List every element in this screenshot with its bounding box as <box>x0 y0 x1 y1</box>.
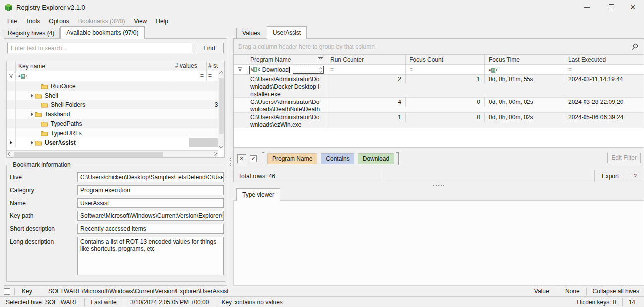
focus-time-cell: 0d, 0h, 00m, 02s <box>485 98 564 106</box>
tree-row-taskband[interactable]: Taskband 5 <box>7 109 224 119</box>
minimize-button[interactable]: — <box>576 0 598 15</box>
scrollbar-thumb[interactable] <box>219 78 224 134</box>
value-label: Value: <box>531 288 554 295</box>
column-key-name[interactable]: Key name <box>16 61 172 71</box>
short-description-label: Short description <box>10 224 77 234</box>
collapse-all-hives-button[interactable]: Collapse all hives <box>591 288 644 295</box>
last-executed-filter-cell[interactable]: = <box>564 65 644 74</box>
folder-icon <box>41 102 48 108</box>
menu-options[interactable]: Options <box>44 16 73 27</box>
tree-vertical-scrollbar[interactable] <box>218 71 224 148</box>
folder-icon <box>41 130 48 136</box>
column-focus-count[interactable]: Focus Count <box>406 55 485 64</box>
key-path-label: Key path <box>10 211 77 221</box>
scroll-up-icon[interactable] <box>219 71 223 75</box>
scroll-left-icon[interactable] <box>8 152 12 156</box>
menu-file[interactable]: File <box>3 16 21 27</box>
left-panel: Find Key name # values # su ABC = = <box>4 38 227 286</box>
program-name-cell: C:\Users\Administrator\Downloads\ezWin.e… <box>247 113 326 130</box>
tab-available-bookmarks[interactable]: Available bookmarks (97/0) <box>60 26 144 39</box>
find-button[interactable]: Find <box>195 43 224 53</box>
expand-arrow-icon[interactable] <box>31 94 33 98</box>
tree-horizontal-scrollbar[interactable] <box>7 150 218 157</box>
focus-time-filter-cell[interactable]: ABC <box>485 65 564 74</box>
column-program-name[interactable]: Program Name <box>247 55 326 64</box>
program-name-cell: C:\Users\Administrator\Downloads\Docker … <box>247 75 326 99</box>
tree-row-runonce[interactable]: RunOnce 0 <box>7 81 224 91</box>
column-last-executed[interactable]: Last Executed <box>564 55 644 64</box>
column-num-values[interactable]: # values <box>172 61 207 71</box>
focus-count-cell: 0 <box>406 113 485 122</box>
menu-bookmarks[interactable]: Bookmarks (32/0) <box>74 16 130 27</box>
expand-arrow-icon[interactable] <box>31 141 33 145</box>
focus-count-filter-cell[interactable]: = <box>406 65 485 74</box>
tab-userassist[interactable]: UserAssist <box>267 26 307 39</box>
column-focus-time[interactable]: Focus Time <box>485 55 564 64</box>
tree-filter-keyname-cell[interactable]: ABC <box>16 71 172 81</box>
focus-time-cell: 0d, 0h, 01m, 55s <box>485 75 564 84</box>
bottom-splitter[interactable] <box>233 182 644 189</box>
focused-row-arrow-icon <box>10 141 12 145</box>
filter-field-chip[interactable]: Program Name <box>267 154 317 164</box>
close-button[interactable]: ✕ <box>621 0 644 15</box>
tree-row-typedpaths[interactable]: TypedPaths 0 <box>7 119 224 128</box>
hive-field[interactable]: C:\Users\chicken\Desktop\Samples\LetsDef… <box>77 172 224 182</box>
scroll-down-icon[interactable] <box>219 144 223 148</box>
scroll-right-icon[interactable] <box>213 152 217 156</box>
window-title: Registry Explorer v2.1.0 <box>16 4 85 11</box>
current-key-path: SOFTWARE\Microsoft\Windows\CurrentVersio… <box>45 288 232 295</box>
column-filter-funnel-icon[interactable] <box>318 57 323 62</box>
program-name-filter-input[interactable]: ABC Download <box>249 66 324 74</box>
grid-row-deathnote[interactable]: C:\Users\Administrator\Downloads\DeathNo… <box>234 98 644 113</box>
filter-operator-chip[interactable]: Contains <box>321 154 354 164</box>
menu-help[interactable]: Help <box>151 16 173 27</box>
grid-row-ezwin[interactable]: C:\Users\Administrator\Downloads\ezWin.e… <box>234 113 644 128</box>
bookmark-information-group: Bookmark information Hive C:\Users\chick… <box>6 165 225 282</box>
tree-row-userassist[interactable]: UserAssist 0 <box>7 138 224 147</box>
key-checkbox[interactable] <box>4 288 10 295</box>
long-description-field[interactable]: Contains a list of ROT-13 encoded values… <box>77 237 224 275</box>
expand-arrow-icon[interactable] <box>31 112 33 116</box>
menu-tools[interactable]: Tools <box>21 16 44 27</box>
tree-filter-values-cell[interactable]: = <box>172 71 207 81</box>
key-count-status: 14 <box>623 299 644 306</box>
group-by-bar[interactable]: Drag a column header here to group by th… <box>234 39 644 55</box>
tree-filter-subkeys-cell[interactable]: = <box>207 71 218 81</box>
remove-filter-button[interactable]: ✕ <box>237 154 246 163</box>
panel-splitter[interactable] <box>227 38 233 286</box>
text-caret <box>289 67 290 73</box>
help-button[interactable]: ? <box>626 170 644 182</box>
run-counter-cell: 4 <box>326 98 406 106</box>
column-run-counter[interactable]: Run Counter <box>326 55 406 64</box>
key-path-field[interactable]: Software\Microsoft\Windows\CurrentVersio… <box>77 211 224 221</box>
filter-enabled-checkbox[interactable]: ✔ <box>250 155 257 162</box>
menu-view[interactable]: View <box>129 16 151 27</box>
edit-filter-button[interactable]: Edit Filter <box>607 153 641 163</box>
filter-bracket-left <box>262 152 264 165</box>
tree-row-typedurls[interactable]: TypedURLs 1 <box>7 128 224 138</box>
column-label: Program Name <box>250 56 291 63</box>
tree-row-shell[interactable]: Shell 0 <box>7 91 224 100</box>
run-counter-filter-cell[interactable]: = <box>326 65 406 74</box>
search-input[interactable] <box>7 43 192 53</box>
tree-row-shell-folders[interactable]: Shell Folders 31 <box>7 100 224 109</box>
category-field[interactable]: Program execution <box>77 185 224 195</box>
userassist-panel: Drag a column header here to group by th… <box>233 38 644 182</box>
filter-value-chip[interactable]: Download <box>358 154 394 164</box>
run-counter-cell: 1 <box>326 113 406 122</box>
scrollbar-thumb[interactable] <box>14 152 163 157</box>
tab-type-viewer[interactable]: Type viewer <box>236 188 280 201</box>
tab-values[interactable]: Values <box>236 28 266 39</box>
tab-registry-hives[interactable]: Registry hives (4) <box>2 28 60 39</box>
spinner-control[interactable] <box>320 68 322 72</box>
column-num-subkeys[interactable]: # su <box>207 61 218 71</box>
grid-row-docker[interactable]: C:\Users\Administrator\Downloads\Docker … <box>234 75 644 98</box>
name-field[interactable]: UserAssist <box>77 198 224 208</box>
tree-row-indicator-header <box>7 61 16 71</box>
search-icon[interactable] <box>631 43 639 51</box>
abc-filter-icon: ABC <box>489 68 498 73</box>
restore-button[interactable] <box>598 0 621 15</box>
export-button[interactable]: Export <box>594 170 626 182</box>
restore-icon <box>608 6 612 10</box>
short-description-field[interactable]: Recently accessed items <box>77 224 224 234</box>
